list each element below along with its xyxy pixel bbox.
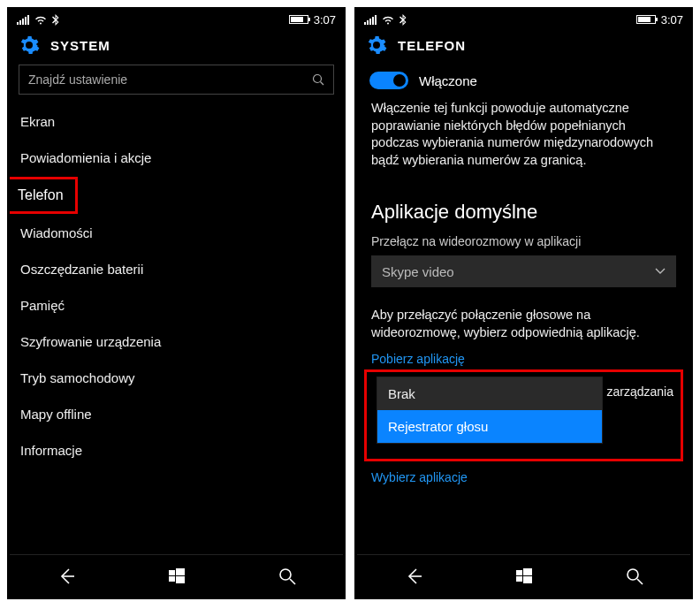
signal-icon [17,15,29,25]
svg-line-15 [637,579,643,584]
page-title: TELEFON [398,38,466,53]
svg-rect-6 [176,576,185,583]
page-title: SYSTEM [50,38,110,53]
recorder-selection-area: lo zarządzania Brak Rejestrator głosu [364,369,683,461]
gear-icon [366,34,387,56]
search-nav-icon[interactable] [626,567,643,585]
page-header: SYSTEM [10,29,343,65]
list-item-informacje[interactable]: Informacje [10,432,343,468]
bluetooth-icon [52,14,59,26]
svg-point-7 [280,569,291,580]
nav-bar [357,554,690,597]
svg-rect-5 [169,576,175,582]
clock: 3:07 [661,13,683,27]
phone-left-system: 3:07 SYSTEM Znajdź ustawienie Ekran Powi… [7,7,346,599]
settings-list: Ekran Powiadomienia i akcje Telefon Wiad… [10,103,343,554]
toggle-label: Włączone [419,73,477,88]
dropdown-selected: Skype video [382,264,454,279]
list-item-szyfrowanie[interactable]: Szyfrowanie urządzenia [10,324,343,360]
wifi-icon [34,15,47,25]
svg-rect-4 [176,568,185,575]
list-item-bateria[interactable]: Oszczędzanie baterii [10,251,343,287]
list-item-tryb-samochodowy[interactable]: Tryb samochodowy [10,360,343,396]
list-item-mapy[interactable]: Mapy offline [10,396,343,432]
option-brak[interactable]: Brak [377,377,602,410]
svg-point-14 [628,569,638,580]
page-header: TELEFON [357,29,690,65]
status-bar: 3:07 [357,10,690,29]
phone-right-telefon: 3:07 TELEFON Włączone Włączenie tej funk… [354,7,693,599]
svg-line-1 [321,82,324,86]
start-icon[interactable] [516,568,532,584]
chevron-down-icon [655,268,666,275]
video-app-dropdown[interactable]: Skype video [371,255,676,287]
back-icon[interactable] [404,567,423,586]
nav-bar [10,554,343,597]
download-app-link[interactable]: Pobierz aplikację [357,346,690,368]
wifi-icon [382,15,394,25]
list-item-pamiec[interactable]: Pamięć [10,287,343,324]
feature-toggle[interactable] [369,72,408,89]
video-app-label: Przełącz na wideorozmowy w aplikacji [357,231,690,254]
svg-point-0 [314,75,322,83]
svg-rect-10 [516,570,522,575]
gear-icon [19,34,40,56]
choose-apps-link[interactable]: Wybierz aplikacje [357,461,690,486]
bluetooth-icon [399,14,407,26]
svg-rect-3 [169,570,175,575]
option-rejestrator[interactable]: Rejestrator głosu [377,410,602,443]
toggle-row: Włączone [357,65,690,96]
battery-icon [289,15,308,24]
search-nav-icon[interactable] [278,567,296,585]
search-input[interactable]: Znajdź ustawienie [19,65,334,95]
recorder-dropdown-open: Brak Rejestrator głosu [377,377,602,443]
back-icon[interactable] [57,567,76,586]
list-item-telefon[interactable]: Telefon [10,177,78,214]
search-icon [312,73,324,86]
start-icon[interactable] [169,568,185,584]
background-text-fragment: lo zarządzania [594,384,673,399]
video-app-desc: Aby przełączyć połączenie głosowe na wid… [357,291,690,346]
svg-rect-11 [523,568,532,575]
svg-rect-12 [516,576,522,582]
clock: 3:07 [314,13,336,27]
svg-line-8 [290,579,295,584]
battery-icon [636,15,656,24]
search-placeholder: Znajdź ustawienie [28,72,127,87]
section-default-apps: Aplikacje domyślne [357,183,690,231]
list-item-powiadomienia[interactable]: Powiadomienia i akcje [10,140,343,176]
signal-icon [364,15,377,25]
feature-description: Włączenie tej funkcji powoduje automatyc… [357,96,690,183]
list-item-ekran[interactable]: Ekran [10,103,343,140]
svg-rect-13 [523,576,532,583]
list-item-wiadomosci[interactable]: Wiadomości [10,215,343,251]
status-bar: 3:07 [10,10,343,29]
